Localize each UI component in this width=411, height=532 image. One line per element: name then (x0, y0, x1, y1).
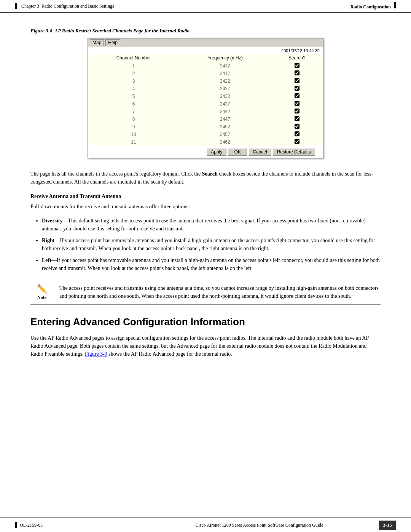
bullet-right: Right—If your access point has removable… (42, 236, 381, 252)
channel-freq: 2422 (179, 77, 271, 85)
page-number: 3-15 (379, 521, 396, 530)
table-row: 4 2427 (88, 85, 323, 93)
figure-caption: Figure 3-8 AP Radio Restrict Searched Ch… (30, 28, 381, 34)
bullet-right-label: Right— (42, 238, 60, 243)
note-label: Note (37, 295, 46, 300)
channel-number: 4 (88, 85, 179, 93)
note-box: ✏️ Note The access point receives and tr… (30, 280, 381, 305)
restore-defaults-button[interactable]: Restore Defaults (273, 148, 315, 156)
major-section-heading: Entering Advanced Configuration Informat… (30, 316, 381, 328)
pencil-icon: ✏️ (37, 284, 47, 294)
bullet-diversity: Diversity—This default setting tells the… (42, 217, 381, 233)
channel-search-cell (271, 108, 323, 115)
note-icon: ✏️ Note (30, 284, 53, 300)
major-section-paragraph: Use the AP Radio Advanced pages to assig… (30, 334, 381, 358)
body-paragraph-1: The page lists all the channels in the a… (30, 170, 381, 186)
table-row: 9 2452 (88, 123, 323, 131)
channel-search-cell (271, 85, 323, 93)
channel-search-checkbox[interactable] (295, 131, 299, 136)
table-row: 5 2432 (88, 93, 323, 100)
table-row: 2 2417 (88, 70, 323, 77)
channel-number: 8 (88, 115, 179, 123)
table-row: 11 2462 (88, 138, 323, 146)
main-content: Figure 3-8 AP Radio Restrict Searched Ch… (0, 13, 411, 379)
channel-number: 9 (88, 123, 179, 131)
bullet-left-label: Left— (42, 257, 57, 263)
channel-search-checkbox[interactable] (295, 101, 299, 106)
channel-number: 7 (88, 108, 179, 115)
table-row: 10 2457 (88, 131, 323, 138)
channel-search-checkbox[interactable] (295, 116, 299, 121)
channel-search-checkbox[interactable] (295, 70, 299, 75)
table-row: 7 2442 (88, 108, 323, 115)
bullet-diversity-text: This default setting tells the access po… (42, 218, 366, 232)
channel-search-checkbox[interactable] (295, 139, 299, 144)
ap-bottom-bar: Apply OK Cancel Restore Defaults (88, 146, 323, 158)
channel-table: Channel Number Frequency (mHz) Search? 1… (88, 54, 323, 146)
bullet-left: Left—If your access point has removable … (42, 256, 381, 272)
channel-freq: 2437 (179, 100, 271, 108)
channel-search-checkbox[interactable] (295, 63, 299, 68)
col-channel: Channel Number (88, 54, 179, 62)
bullet-diversity-label: Diversity— (42, 218, 68, 224)
header-right-label: Radio Configuration (350, 4, 391, 10)
help-menu[interactable]: Help (105, 39, 120, 46)
footer-center: Cisco Aironet 1200 Seres Access Point So… (140, 522, 379, 528)
channel-freq: 2442 (179, 108, 271, 115)
channel-number: 2 (88, 70, 179, 77)
channel-search-checkbox[interactable] (295, 78, 299, 83)
channel-freq: 2417 (179, 70, 271, 77)
channel-search-cell (271, 62, 323, 70)
channel-freq: 2412 (179, 62, 271, 70)
channel-search-cell (271, 131, 323, 138)
channel-search-checkbox[interactable] (295, 124, 299, 129)
page-footer: OL-2159-05 Cisco Aironet 1200 Seres Acce… (0, 518, 411, 532)
header-right-section: Radio Configuration (350, 2, 396, 10)
channel-freq: 2447 (179, 115, 271, 123)
chapter-info: Chapter 3 Radio Configuration and Basic … (15, 3, 350, 9)
channel-freq: 2462 (179, 138, 271, 146)
col-freq: Frequency (mHz) (179, 54, 271, 62)
map-menu[interactable]: Map (90, 39, 104, 46)
header-bar-right (394, 2, 396, 8)
bullet-list: Diversity—This default setting tells the… (42, 217, 381, 272)
table-row: 6 2437 (88, 100, 323, 108)
table-row: 3 2422 (88, 77, 323, 85)
channel-number: 1 (88, 62, 179, 70)
page-header: Chapter 3 Radio Configuration and Basic … (0, 0, 411, 13)
bullet-left-text: If your access point has removable anten… (42, 257, 380, 271)
ap-window: Map Help 2001/07/12 10:44:39 Channel Num… (88, 38, 323, 158)
channel-freq: 2457 (179, 131, 271, 138)
figure-3-9-link[interactable]: Figure 3-9 (85, 351, 107, 357)
channel-search-checkbox[interactable] (295, 86, 299, 91)
ap-table-wrapper: Channel Number Frequency (mHz) Search? 1… (88, 54, 323, 146)
footer-left: OL-2159-05 (20, 522, 140, 528)
chapter-label: Chapter 3 (21, 3, 39, 9)
intro-text: Pull-down menus for the receive and tran… (30, 203, 381, 211)
bullet-right-text: If your access point has removable anten… (42, 238, 375, 251)
channel-freq: 2432 (179, 93, 271, 100)
channel-search-cell (271, 115, 323, 123)
ok-button[interactable]: OK (228, 148, 247, 156)
col-search: Search? (271, 54, 323, 62)
table-row: 1 2412 (88, 62, 323, 70)
ap-timestamp: 2001/07/12 10:44:39 (88, 47, 323, 54)
search-bold: Search (202, 171, 218, 177)
channel-number: 10 (88, 131, 179, 138)
figure-container: Figure 3-8 AP Radio Restrict Searched Ch… (30, 28, 381, 158)
channel-search-checkbox[interactable] (295, 93, 299, 98)
channel-search-cell (271, 100, 323, 108)
channel-search-cell (271, 93, 323, 100)
header-bar-left (15, 3, 17, 9)
note-text: The access point receives and transmits … (59, 284, 381, 300)
footer-right: 3-15 (379, 521, 396, 530)
channel-search-cell (271, 77, 323, 85)
apply-button[interactable]: Apply (207, 148, 226, 156)
channel-freq: 2452 (179, 123, 271, 131)
channel-number: 11 (88, 138, 179, 146)
figure-label: Figure 3-8 AP Radio Restrict Searched Ch… (30, 28, 190, 34)
channel-number: 3 (88, 77, 179, 85)
section-heading: Receive Antenna and Transmit Antenna (30, 193, 381, 200)
cancel-button[interactable]: Cancel (249, 148, 271, 156)
channel-search-checkbox[interactable] (295, 109, 299, 113)
